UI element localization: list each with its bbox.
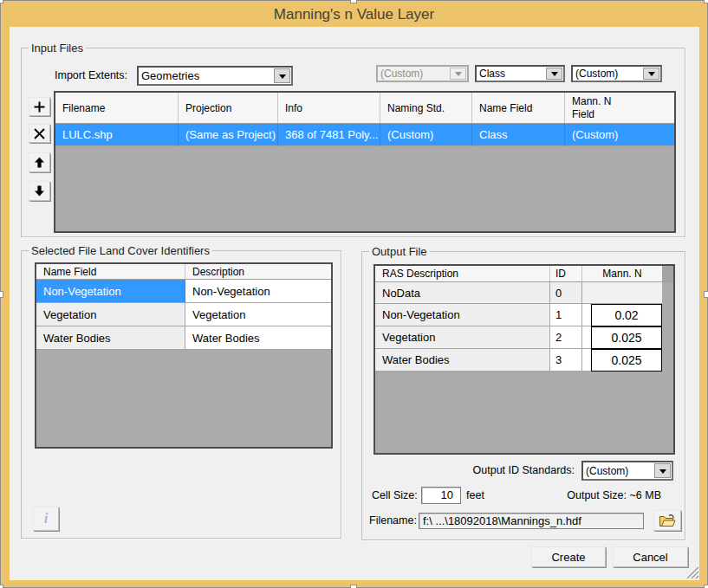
cell-id[interactable]: 2 xyxy=(550,326,582,349)
mann-n-input-water-bodies[interactable]: 0.025 xyxy=(591,349,662,372)
output-id-standards-value: (Custom) xyxy=(583,465,653,477)
column-header[interactable]: Projection xyxy=(179,93,278,123)
plus-icon xyxy=(33,100,46,113)
browse-button[interactable] xyxy=(653,510,681,531)
titlebar[interactable]: Manning's n Value Layer xyxy=(1,1,707,26)
chevron-down-icon xyxy=(659,469,666,477)
output-file-group-label: Output File xyxy=(369,245,430,258)
input-files-table-header: Filename Projection Info Naming Std. Nam… xyxy=(55,93,674,124)
mann-n-input-non-vegetation[interactable]: 0.02 xyxy=(591,304,662,326)
naming-std-dropdown-button xyxy=(450,68,466,80)
chevron-down-icon xyxy=(648,72,655,80)
table-row[interactable]: Non-Vegetation Non-Vegetation xyxy=(36,280,331,303)
resize-grip-icon[interactable] xyxy=(685,566,699,579)
cell-ras-description[interactable]: NoData xyxy=(375,282,550,304)
move-down-button[interactable] xyxy=(29,181,50,201)
land-cover-table: Name Field Description Non-Vegetation No… xyxy=(35,262,333,449)
cell-id[interactable]: 1 xyxy=(550,304,582,326)
cell-ras-description[interactable]: Vegetation xyxy=(375,326,550,349)
cell-name-field[interactable]: Water Bodies xyxy=(36,326,185,350)
land-cover-table-header: Name Field Description xyxy=(36,264,331,280)
table-row[interactable]: NoData 0 xyxy=(375,282,673,304)
arrow-up-icon xyxy=(34,157,45,168)
column-header[interactable]: Filename xyxy=(55,93,179,123)
table-row[interactable]: Water Bodies Water Bodies xyxy=(36,326,331,350)
mann-n-combo-value: (Custom) xyxy=(573,68,642,80)
name-field-combobox[interactable]: Class xyxy=(475,65,565,82)
output-id-standards-combobox[interactable]: (Custom) xyxy=(581,461,673,481)
cell-description[interactable]: Non-Vegetation xyxy=(185,280,331,303)
cell-naming-std[interactable]: (Custom) xyxy=(380,124,472,146)
window-title: Manning's n Value Layer xyxy=(274,6,434,23)
column-header[interactable]: RAS Description xyxy=(375,266,550,281)
cell-size-unit-label: feet xyxy=(466,487,484,504)
cell-filename[interactable]: LULC.shp xyxy=(55,124,179,146)
dialog-window: Manning's n Value Layer Input Files Impo… xyxy=(0,0,708,588)
cell-id[interactable]: 0 xyxy=(550,282,582,304)
cell-filler xyxy=(662,282,673,304)
column-header[interactable]: ID xyxy=(550,266,582,281)
cell-name-field[interactable]: Class xyxy=(472,124,565,146)
column-header[interactable]: Mann. N xyxy=(582,266,662,281)
cell-info[interactable]: 368 of 7481 Poly... xyxy=(278,124,380,146)
naming-std-combo-value: (Custom) xyxy=(378,68,449,80)
cell-description[interactable]: Vegetation xyxy=(185,303,331,326)
cell-ras-description[interactable]: Water Bodies xyxy=(375,349,550,372)
mann-n-field-combobox[interactable]: (Custom) xyxy=(571,65,662,82)
selection-handle-bottom-center[interactable] xyxy=(350,585,357,588)
selection-handle-top-right[interactable] xyxy=(704,0,708,3)
cell-filler xyxy=(662,304,673,326)
input-files-group-label: Input Files xyxy=(29,42,86,55)
filename-label: Filename: xyxy=(369,513,417,529)
mann-n-input-vegetation[interactable]: 0.025 xyxy=(591,326,662,349)
info-button[interactable]: i xyxy=(33,507,59,531)
add-file-button[interactable] xyxy=(29,97,50,116)
cell-ras-description[interactable]: Non-Vegetation xyxy=(375,304,550,326)
import-extents-label: Import Extents: xyxy=(55,66,127,86)
name-field-combo-value: Class xyxy=(477,68,545,80)
table-row[interactable]: Vegetation Vegetation xyxy=(36,303,331,326)
column-header[interactable]: Name Field xyxy=(472,93,565,123)
import-extents-dropdown-button[interactable] xyxy=(274,68,290,83)
name-field-dropdown-button[interactable] xyxy=(546,68,562,80)
output-id-dropdown-button[interactable] xyxy=(654,463,671,478)
cell-description[interactable]: Water Bodies xyxy=(185,326,331,350)
column-header-filler xyxy=(662,266,673,281)
cell-id[interactable]: 3 xyxy=(550,349,582,372)
chevron-down-icon xyxy=(455,72,462,80)
chevron-down-icon xyxy=(279,74,286,82)
cell-mann-n[interactable] xyxy=(582,282,662,304)
cell-mann-n-field[interactable]: (Custom) xyxy=(565,124,674,146)
table-row[interactable]: LULC.shp (Same as Project) 368 of 7481 P… xyxy=(55,124,674,146)
column-header[interactable]: Naming Std. xyxy=(380,93,472,123)
column-header[interactable]: Name Field xyxy=(36,264,185,279)
create-button[interactable]: Create xyxy=(531,546,606,567)
remove-file-button[interactable] xyxy=(29,124,50,143)
selected-identifiers-group-label: Selected File Land Cover Identifiers xyxy=(29,244,212,257)
selection-handle-top-center[interactable] xyxy=(350,0,357,3)
filename-input[interactable]: f:\ ...\18092018\Mannings_n.hdf xyxy=(419,513,644,529)
info-icon: i xyxy=(44,510,49,527)
selection-handle-bottom-right[interactable] xyxy=(704,585,708,588)
mann-n-dropdown-button[interactable] xyxy=(643,68,659,80)
selection-handle-middle-right[interactable] xyxy=(704,291,708,298)
cell-size-input[interactable]: 10 xyxy=(421,487,461,504)
move-up-button[interactable] xyxy=(29,152,50,172)
output-size-value: ~6 MB xyxy=(630,489,661,501)
selection-handle-top-left[interactable] xyxy=(0,0,3,3)
column-header[interactable]: Mann. N Field xyxy=(565,93,674,123)
cell-name-field[interactable]: Non-Vegetation xyxy=(36,280,185,303)
selection-handle-bottom-left[interactable] xyxy=(0,585,3,588)
cell-projection[interactable]: (Same as Project) xyxy=(179,124,278,146)
column-header[interactable]: Description xyxy=(185,264,331,279)
import-extents-combobox[interactable]: Geometries xyxy=(137,66,293,86)
naming-std-combobox: (Custom) xyxy=(376,65,469,82)
output-table-header: RAS Description ID Mann. N xyxy=(375,266,673,282)
dialog-client-area: Input Files Import Extents: Geometries (… xyxy=(10,27,699,580)
chevron-down-icon xyxy=(551,72,558,80)
cancel-button[interactable]: Cancel xyxy=(613,546,688,567)
cell-name-field[interactable]: Vegetation xyxy=(36,303,185,326)
selection-handle-middle-left[interactable] xyxy=(0,291,3,298)
arrow-down-icon xyxy=(34,185,45,197)
column-header[interactable]: Info xyxy=(278,93,380,123)
